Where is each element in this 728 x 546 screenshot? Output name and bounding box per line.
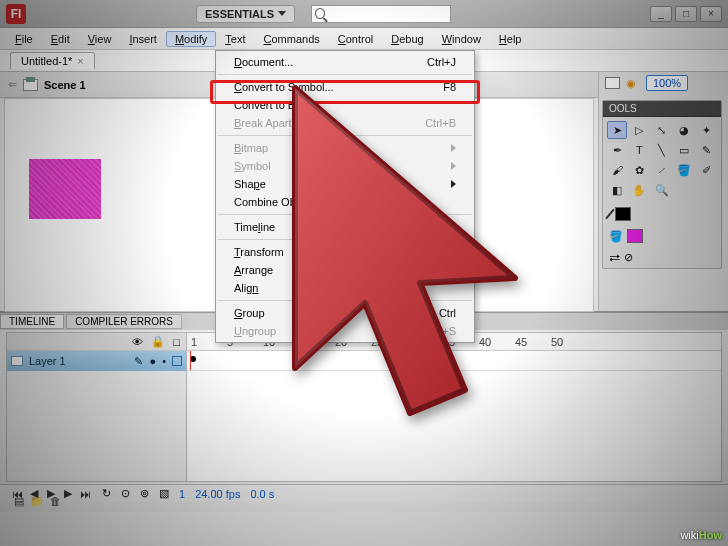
tab-timeline[interactable]: TIMELINE (0, 314, 64, 329)
layer-name: Layer 1 (29, 355, 66, 367)
tools-panel: OOLS ➤ ▷ ⤡ ◕ ✦ ✒ T ╲ ▭ ✎ 🖌 ✿ ⟋ 🪣 ✐ (602, 100, 722, 269)
rectangle-tool-icon[interactable]: ▭ (674, 141, 694, 159)
menu-view[interactable]: View (79, 31, 121, 47)
document-tab[interactable]: Untitled-1* × (10, 52, 95, 69)
menu-window[interactable]: Window (433, 31, 490, 47)
menu-help[interactable]: Help (490, 31, 531, 47)
menu-convert-to-symbol[interactable]: Convert to Symbol... F8 (216, 78, 474, 96)
menu-group[interactable]: GroupCtrl (216, 304, 474, 322)
selection-tool-icon[interactable]: ➤ (607, 121, 627, 139)
menu-bar: File Edit View Insert Modify Text Comman… (0, 28, 728, 50)
new-folder-icon[interactable]: 📁 (30, 495, 44, 508)
menu-align[interactable]: Align (216, 279, 474, 297)
scene-icon (23, 79, 38, 91)
workspace-label: ESSENTIALS (205, 8, 274, 20)
swap-colors-icon[interactable]: ⮂ (609, 252, 620, 264)
menu-insert[interactable]: Insert (120, 31, 166, 47)
minimize-button[interactable]: _ (650, 6, 672, 22)
tools-panel-title: OOLS (603, 101, 721, 117)
menu-modify[interactable]: Modify (166, 31, 216, 47)
hand-tool-icon[interactable]: ✋ (629, 181, 649, 199)
menu-bitmap: Bitmap (216, 139, 474, 157)
search-box[interactable] (311, 5, 451, 23)
new-layer-icon[interactable]: ▤ (14, 495, 24, 508)
zoom-tool-icon[interactable]: 🔍 (652, 181, 672, 199)
eraser-tool-icon[interactable]: ◧ (607, 181, 627, 199)
bone-tool-icon[interactable]: ⟋ (652, 161, 672, 179)
playhead[interactable] (190, 351, 191, 370)
menu-debug[interactable]: Debug (382, 31, 432, 47)
pencil-tool-icon[interactable]: ✎ (697, 141, 717, 159)
back-arrow-icon[interactable]: ⇐ (8, 78, 17, 91)
menu-file[interactable]: File (6, 31, 42, 47)
current-frame: 1 (179, 488, 185, 500)
scene-label: Scene 1 (44, 79, 86, 91)
menu-combine-objects[interactable]: Combine Objec (216, 193, 474, 211)
modify-menu-dropdown: Document... Ctrl+J Convert to Symbol... … (215, 50, 475, 343)
subselect-tool-icon[interactable]: ▷ (629, 121, 649, 139)
close-tab-icon[interactable]: × (77, 55, 83, 67)
search-input[interactable] (329, 7, 447, 21)
edit-frames-icon[interactable]: ▧ (159, 487, 169, 500)
menu-ungroup: UngroupCtrl+S (216, 322, 474, 340)
onion-skin-icon[interactable]: ⊙ (121, 487, 130, 500)
document-tab-label: Untitled-1* (21, 55, 72, 67)
no-color-icon[interactable]: ⊘ (624, 251, 633, 264)
delete-layer-icon[interactable]: 🗑 (50, 495, 61, 508)
loop-icon[interactable]: ↻ (102, 487, 111, 500)
maximize-button[interactable]: □ (675, 6, 697, 22)
deco-tool-icon[interactable]: ✿ (629, 161, 649, 179)
close-window-button[interactable]: × (700, 6, 722, 22)
last-frame-icon[interactable]: ⏭ (78, 488, 92, 500)
menu-commands[interactable]: Commands (255, 31, 329, 47)
outline-column-icon[interactable]: □ (173, 336, 180, 348)
flash-logo-icon: Fl (6, 4, 26, 24)
menu-timeline[interactable]: Timeline (216, 218, 474, 236)
frame-track[interactable] (187, 351, 721, 371)
stroke-color-icon (605, 209, 614, 219)
menu-control[interactable]: Control (329, 31, 382, 47)
layer-pencil-icon: ✎ (134, 355, 143, 368)
time-display: 0.0 s (250, 488, 274, 500)
layer-visible-dot[interactable]: ● (149, 355, 156, 367)
submenu-arrow-icon (451, 144, 456, 152)
menu-shape[interactable]: Shape (216, 175, 474, 193)
layer-icon (11, 356, 23, 366)
onion-outline-icon[interactable]: ⊚ (140, 487, 149, 500)
text-tool-icon[interactable]: T (629, 141, 649, 159)
edit-symbol-icon[interactable]: ◉ (626, 77, 636, 90)
lock-column-icon[interactable]: 🔒 (151, 335, 165, 348)
submenu-arrow-icon (451, 162, 456, 170)
free-transform-icon[interactable]: ⤡ (652, 121, 672, 139)
lasso-tool-icon[interactable]: ✦ (697, 121, 717, 139)
brush-tool-icon[interactable]: 🖌 (607, 161, 627, 179)
menu-edit[interactable]: Edit (42, 31, 79, 47)
submenu-arrow-icon (451, 248, 456, 256)
3d-rotate-icon[interactable]: ◕ (674, 121, 694, 139)
stroke-swatch[interactable] (615, 207, 631, 221)
fill-swatch[interactable] (627, 229, 643, 243)
line-tool-icon[interactable]: ╲ (652, 141, 672, 159)
edit-scene-icon[interactable] (605, 77, 620, 89)
menu-document[interactable]: Document... Ctrl+J (216, 53, 474, 71)
tab-compiler-errors[interactable]: COMPILER ERRORS (66, 314, 182, 329)
title-bar: Fl ESSENTIALS _ □ × (0, 0, 728, 28)
zoom-level[interactable]: 100% (646, 75, 688, 91)
paint-bucket-icon[interactable]: 🪣 (674, 161, 694, 179)
layer-row[interactable]: Layer 1 ✎ ● • (7, 351, 186, 371)
menu-text[interactable]: Text (216, 31, 254, 47)
eyedropper-icon[interactable]: ✐ (697, 161, 717, 179)
pen-tool-icon[interactable]: ✒ (607, 141, 627, 159)
eye-column-icon[interactable]: 👁 (132, 336, 143, 348)
layer-lock-dot[interactable]: • (162, 355, 166, 367)
next-frame-icon[interactable]: ▶ (61, 488, 75, 500)
workspace-switcher[interactable]: ESSENTIALS (196, 5, 295, 23)
menu-transform[interactable]: Transform (216, 243, 474, 261)
layer-outline-box[interactable] (172, 356, 182, 366)
menu-symbol: Symbol (216, 157, 474, 175)
menu-convert-to-bitmap[interactable]: Convert to Bitm (216, 96, 474, 114)
selected-shape[interactable] (29, 159, 101, 219)
menu-break-apart: Break Apart Ctrl+B (216, 114, 474, 132)
timeline-status-bar: ⏮ ◀ ▶ ▶ ⏭ ↻ ⊙ ⊚ ▧ 1 24.00 fps 0.0 s (0, 484, 728, 502)
menu-arrange[interactable]: Arrange (216, 261, 474, 279)
